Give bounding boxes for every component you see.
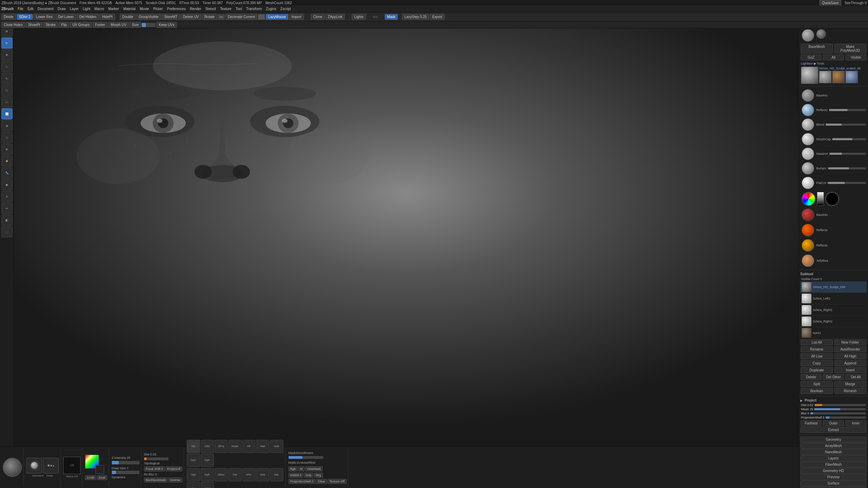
close-holes-btn[interactable]: Close Holes	[1, 22, 25, 28]
zadd-btn[interactable]: ZAdd	[85, 475, 96, 480]
menu-preferences[interactable]: Preferences	[167, 7, 186, 11]
mask-btn[interactable]: Mask	[385, 14, 398, 20]
del-all-btn[interactable]: Del All	[845, 374, 866, 380]
keep-uvs-btn[interactable]: Keep UVs	[156, 22, 177, 28]
mat-slider-blend[interactable]	[826, 124, 866, 126]
tool-action[interactable]: ⚡	[1, 155, 12, 167]
tool-thumb-2[interactable]	[832, 71, 845, 83]
rotate-slider[interactable]	[218, 14, 225, 20]
color-wheel[interactable]	[802, 192, 816, 206]
rgb-btn[interactable]: Rgb	[289, 466, 298, 471]
dist-bottom-slider[interactable]	[144, 457, 168, 460]
visible-btn[interactable]: Visible	[845, 54, 866, 60]
brush-btn-clipcurve[interactable]: ClpC	[187, 454, 200, 467]
all-btn[interactable]: All	[823, 54, 844, 60]
store-mt-btn[interactable]: StoreMT	[162, 14, 180, 20]
make-poly-btn[interactable]: Make PolyMesh3D	[834, 44, 867, 53]
mat-reflects2[interactable]	[802, 224, 814, 236]
del-lower-btn[interactable]: Del Lower	[56, 14, 76, 20]
zbrush-logo[interactable]	[3, 458, 22, 477]
mat-slider-metalart[interactable]	[829, 153, 866, 155]
mean-slider[interactable]	[814, 408, 866, 410]
lights-btn[interactable]: Lights	[352, 14, 366, 20]
brush-btn-inflate[interactable]: Infl	[242, 440, 256, 453]
brightness-slider[interactable]	[817, 192, 824, 206]
all-low-btn[interactable]: All Low	[801, 353, 833, 359]
mat-basemu2[interactable]	[802, 209, 814, 221]
subtool-item-3[interactable]: Sclera_Right2	[800, 316, 867, 327]
draw-size-slider[interactable]	[112, 471, 140, 474]
goz-btn-r[interactable]: GoZ	[801, 54, 821, 60]
brush-draw-icon[interactable]	[43, 458, 59, 473]
alpha-preview[interactable]: Off	[63, 457, 81, 474]
mat-basemu[interactable]	[802, 89, 814, 102]
brush-btn-morph[interactable]: Morph	[228, 440, 242, 453]
zsub-btn[interactable]: Zsub	[97, 475, 107, 480]
mat-slider-flatcol[interactable]	[828, 182, 866, 184]
proj-shell-bottom-btn[interactable]: ProjectionShell 0	[289, 479, 316, 484]
menu-zygins[interactable]: Zygins	[266, 7, 276, 11]
brush-btn-zremes[interactable]: ZRem	[215, 468, 228, 481]
brush-btn-clayball[interactable]: ClyB	[187, 468, 200, 481]
split-btn[interactable]: Split	[801, 381, 833, 387]
tool-misc2[interactable]: ◧	[1, 214, 12, 226]
del-hidden-btn[interactable]: Del Hidden	[77, 14, 99, 20]
menu-document[interactable]: Document	[37, 7, 53, 11]
menu-edit[interactable]: Edit	[27, 7, 33, 11]
layers-btn[interactable]: Layers	[800, 455, 867, 461]
mat-metalart[interactable]	[802, 148, 814, 160]
double-btn[interactable]: Double	[120, 14, 136, 20]
hide-pt-btn[interactable]: HidePt	[100, 14, 115, 20]
lower-res-btn[interactable]: Lower Res	[34, 14, 55, 20]
lightbox-tools[interactable]: Lightbox ▶ Tools	[800, 61, 867, 66]
brush-btn-bpolish[interactable]: bPol	[187, 482, 200, 488]
merge-btn[interactable]: Merge	[834, 381, 867, 387]
preview-btn[interactable]: Preview	[800, 474, 867, 480]
menu-zscript[interactable]: Zscript	[281, 7, 291, 11]
menu-file[interactable]: File	[18, 7, 23, 11]
menu-tool[interactable]: Tool	[236, 7, 242, 11]
uv-groups-btn[interactable]: UV Groups	[70, 22, 92, 28]
brush-btn-clipcurv2[interactable]: ClC2	[201, 482, 214, 488]
menu-light[interactable]: Light	[83, 7, 90, 11]
mat-slider-morphcap[interactable]	[832, 138, 866, 140]
subtool-item-2[interactable]: Sclera_Right1	[800, 304, 867, 316]
rotate-btn[interactable]: Rotate	[202, 14, 217, 20]
see-through-btn[interactable]: SeeThrough 0	[845, 1, 867, 5]
subtool-item-4[interactable]: eyes1	[800, 327, 867, 339]
mrg-btn[interactable]: Mrg	[314, 473, 323, 478]
goz-btn[interactable]	[373, 16, 378, 18]
menu-movie[interactable]: Movie	[140, 7, 149, 11]
menu-material[interactable]: Material	[123, 7, 136, 11]
canvas-area[interactable]	[14, 24, 799, 446]
tool-sym[interactable]: ⇔	[1, 203, 12, 214]
backface-mask-btn[interactable]: BackfaceMask	[144, 478, 168, 482]
mask-smooth-slider[interactable]	[289, 456, 323, 459]
focal-shift-btn[interactable]: Focal Shift 0	[144, 466, 165, 471]
decimate-current-btn[interactable]: Decimate Current	[225, 14, 257, 20]
mat-slider-bumpv[interactable]	[828, 167, 866, 169]
project-all-btn[interactable]: ProjectAll	[166, 466, 182, 471]
dist-slider[interactable]	[815, 404, 866, 406]
insert-btn[interactable]: Insert	[834, 367, 867, 373]
menu-zbrush[interactable]: ZBrush	[1, 7, 14, 11]
tool-frame[interactable]: ⬜	[1, 108, 12, 119]
tool-snap[interactable]: ⊕	[1, 144, 12, 155]
divide-btn[interactable]: Divide	[1, 14, 16, 20]
brush-standard-icon[interactable]	[26, 458, 42, 473]
menu-transform[interactable]: Transform	[246, 7, 262, 11]
del-other-btn[interactable]: Del Other	[823, 374, 844, 380]
mat-reflects3[interactable]	[802, 239, 814, 252]
m-btn[interactable]: M	[298, 466, 304, 471]
extract-btn[interactable]: Extract	[800, 427, 867, 433]
menu-draw[interactable]: Draw	[58, 7, 66, 11]
brush-btn-hpolish[interactable]: hPol	[242, 468, 256, 481]
base-mesh-btn[interactable]: BaseMesh	[801, 44, 833, 53]
nano-mesh-btn[interactable]: NanoMesh	[800, 449, 867, 455]
brush-btn-clayrez[interactable]: ClyR	[201, 468, 214, 481]
menu-texture[interactable]: Texture	[220, 7, 232, 11]
tool-transp[interactable]: ◇	[1, 132, 12, 143]
tool-light[interactable]: ☀	[1, 191, 12, 202]
menu-picker[interactable]: Picker	[153, 7, 163, 11]
z-app-link-btn[interactable]: ZAppLink	[325, 14, 345, 20]
